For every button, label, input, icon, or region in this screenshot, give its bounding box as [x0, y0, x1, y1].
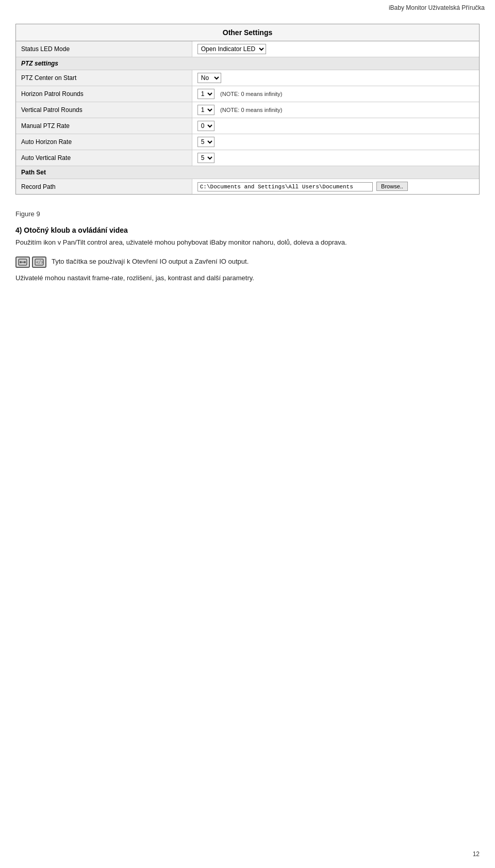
value-vertical-patrol: 0 1 2 3 (NOTE: 0 means infinity)	[192, 102, 479, 118]
value-status-led: Open Indicator LED Close Indicator LED	[192, 41, 479, 57]
ptz-center-select[interactable]: No Yes	[197, 73, 221, 83]
label-record-path: Record Path	[16, 179, 192, 195]
table-row-path-set-header: Path Set	[16, 166, 479, 179]
io-icon-row: </> Tyto tlačítka se používají k Otevřen…	[15, 256, 480, 268]
table-row-ptz-header: PTZ settings	[16, 57, 479, 70]
label-auto-vertical: Auto Vertical Rate	[16, 150, 192, 166]
table-row: Horizon Patrol Rounds 0 1 2 3 (NOTE: 0 m…	[16, 86, 479, 102]
page-title: iBaby Monitor Uživatelská Příručka	[389, 4, 485, 11]
manual-ptz-select[interactable]: 0 1 2 3 4 5	[197, 121, 214, 131]
io-text: Tyto tlačítka se používají k Otevření IO…	[52, 256, 249, 267]
svg-point-1	[20, 261, 22, 263]
auto-vertical-select[interactable]: 1 2 3 4 5	[197, 153, 214, 163]
value-auto-vertical: 1 2 3 4 5	[192, 150, 479, 166]
value-horizon-patrol: 0 1 2 3 (NOTE: 0 means infinity)	[192, 86, 479, 102]
horizon-patrol-select[interactable]: 0 1 2 3	[197, 89, 214, 99]
table-row: Status LED Mode Open Indicator LED Close…	[16, 41, 479, 57]
settings-title: Other Settings	[16, 24, 479, 41]
value-ptz-center: No Yes	[192, 70, 479, 86]
page-number: 12	[473, 850, 480, 858]
close-io-icon: </>	[32, 256, 46, 268]
page-header: iBaby Monitor Uživatelská Příručka	[0, 0, 495, 13]
table-row: PTZ Center on Start No Yes	[16, 70, 479, 86]
io-icons-group: </>	[15, 256, 46, 268]
label-horizon-patrol: Horizon Patrol Rounds	[16, 86, 192, 102]
table-row: Auto Vertical Rate 1 2 3 4 5	[16, 150, 479, 166]
table-row: Auto Horizon Rate 1 2 3 4 5	[16, 134, 479, 150]
section-heading: 4) Otočný kloub a ovládání videa	[15, 226, 480, 234]
paragraph-1: Použitím ikon v Pan/Tilt control area, u…	[15, 237, 480, 248]
ptz-section-header: PTZ settings	[16, 57, 479, 70]
label-vertical-patrol: Vertical Patrol Rounds	[16, 102, 192, 118]
svg-point-2	[24, 261, 26, 263]
table-row: Vertical Patrol Rounds 0 1 2 3 (NOTE: 0 …	[16, 102, 479, 118]
paragraph-2: Uživatelé mohou nastavit frame-rate, roz…	[15, 273, 480, 284]
path-set-section-header: Path Set	[16, 166, 479, 179]
value-manual-ptz: 0 1 2 3 4 5	[192, 118, 479, 134]
label-status-led: Status LED Mode	[16, 41, 192, 57]
table-row: Manual PTZ Rate 0 1 2 3 4 5	[16, 118, 479, 134]
record-path-input[interactable]	[197, 182, 373, 191]
browse-button[interactable]: Browse..	[376, 182, 408, 191]
svg-text:</>: </>	[36, 260, 44, 265]
status-led-select[interactable]: Open Indicator LED Close Indicator LED	[197, 44, 266, 54]
vertical-patrol-note: (NOTE: 0 means infinity)	[220, 107, 282, 113]
value-record-path: Browse..	[192, 179, 479, 195]
label-manual-ptz: Manual PTZ Rate	[16, 118, 192, 134]
horizon-patrol-note: (NOTE: 0 means infinity)	[220, 91, 282, 97]
vertical-patrol-select[interactable]: 0 1 2 3	[197, 105, 214, 115]
settings-table: Status LED Mode Open Indicator LED Close…	[16, 41, 479, 194]
auto-horizon-select[interactable]: 1 2 3 4 5	[197, 137, 214, 147]
label-ptz-center: PTZ Center on Start	[16, 70, 192, 86]
main-content: Other Settings Status LED Mode Open Indi…	[0, 13, 495, 302]
value-auto-horizon: 1 2 3 4 5	[192, 134, 479, 150]
figure-caption: Figure 9	[15, 210, 480, 218]
label-auto-horizon: Auto Horizon Rate	[16, 134, 192, 150]
open-io-icon	[15, 256, 30, 268]
table-row: Record Path Browse..	[16, 179, 479, 195]
settings-box: Other Settings Status LED Mode Open Indi…	[15, 24, 480, 195]
